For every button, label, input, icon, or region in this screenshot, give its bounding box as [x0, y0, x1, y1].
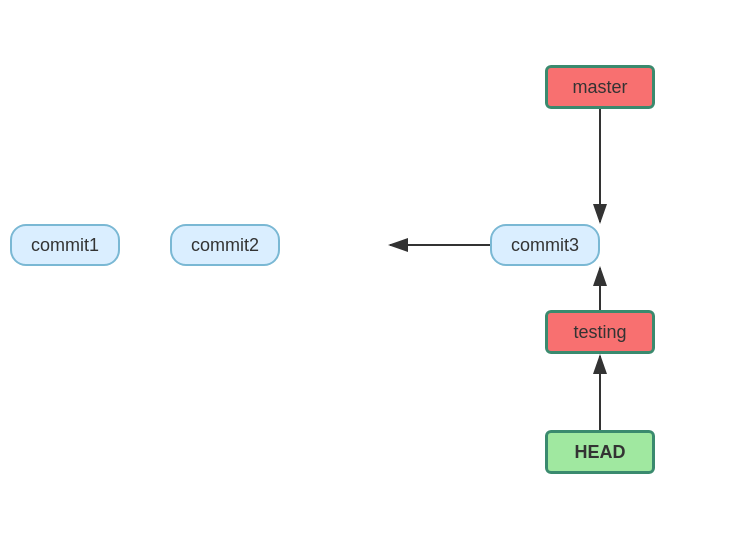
commit3-node: commit3 — [490, 224, 600, 266]
commit2-node: commit2 — [170, 224, 280, 266]
head-node: HEAD — [545, 430, 655, 474]
head-label: HEAD — [574, 442, 625, 463]
commit3-label: commit3 — [511, 235, 579, 256]
testing-label: testing — [573, 322, 626, 343]
master-node: master — [545, 65, 655, 109]
master-label: master — [572, 77, 627, 98]
commit2-label: commit2 — [191, 235, 259, 256]
commit1-node: commit1 — [10, 224, 120, 266]
git-diagram: commit1 commit2 commit3 master testing H… — [0, 0, 750, 541]
testing-node: testing — [545, 310, 655, 354]
commit1-label: commit1 — [31, 235, 99, 256]
